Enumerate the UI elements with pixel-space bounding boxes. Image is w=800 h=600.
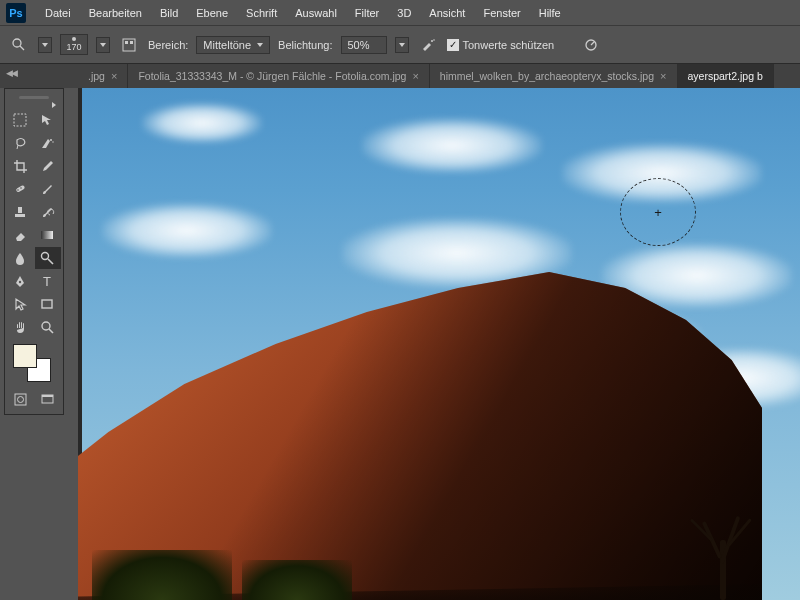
menu-window[interactable]: Fenster bbox=[474, 3, 529, 23]
svg-text:T: T bbox=[43, 274, 51, 289]
pressure-icon[interactable] bbox=[580, 34, 602, 56]
svg-rect-21 bbox=[42, 300, 52, 308]
exposure-value-box[interactable]: 50% bbox=[341, 36, 387, 54]
svg-point-13 bbox=[20, 187, 22, 189]
image-vegetation bbox=[242, 560, 352, 600]
menu-select[interactable]: Auswahl bbox=[286, 3, 346, 23]
close-icon[interactable]: × bbox=[660, 70, 666, 82]
tool-preset-icon[interactable] bbox=[8, 34, 30, 56]
healing-tool[interactable] bbox=[7, 178, 33, 200]
svg-line-18 bbox=[48, 259, 53, 264]
svg-point-9 bbox=[50, 139, 52, 141]
check-icon: ✓ bbox=[447, 39, 459, 51]
protect-tones-label: Tonwerte schützen bbox=[463, 39, 555, 51]
close-icon[interactable]: × bbox=[412, 70, 418, 82]
stamp-tool[interactable] bbox=[7, 201, 33, 223]
menu-file[interactable]: Datei bbox=[36, 3, 80, 23]
quick-select-tool[interactable] bbox=[35, 132, 61, 154]
screenmode-tool[interactable] bbox=[35, 388, 61, 410]
path-select-tool[interactable] bbox=[7, 293, 33, 315]
crop-tool[interactable] bbox=[7, 155, 33, 177]
exposure-value: 50% bbox=[348, 39, 370, 51]
image-cloud bbox=[142, 103, 262, 143]
brush-size-picker[interactable]: 170 bbox=[60, 34, 88, 55]
menu-layer[interactable]: Ebene bbox=[187, 3, 237, 23]
document-tab[interactable]: himmel_wolken_by_archaeopteryx_stocks.jp… bbox=[430, 64, 678, 88]
svg-point-17 bbox=[42, 252, 49, 259]
expand-dock-icon[interactable]: ◀◀ bbox=[6, 68, 16, 78]
menu-image[interactable]: Bild bbox=[151, 3, 187, 23]
svg-rect-4 bbox=[130, 41, 133, 44]
svg-rect-11 bbox=[15, 184, 25, 192]
document-tab[interactable]: ayerspart2.jpg b bbox=[678, 64, 774, 88]
svg-point-25 bbox=[17, 396, 23, 402]
color-swatches bbox=[7, 342, 61, 386]
menu-type[interactable]: Schrift bbox=[237, 3, 286, 23]
blur-tool[interactable] bbox=[7, 247, 33, 269]
svg-rect-16 bbox=[41, 231, 53, 239]
tab-label: ayerspart2.jpg b bbox=[688, 70, 763, 82]
document-canvas[interactable]: + bbox=[82, 88, 800, 600]
svg-point-12 bbox=[17, 189, 19, 191]
foreground-color[interactable] bbox=[13, 344, 37, 368]
svg-point-6 bbox=[433, 39, 435, 41]
tools-collapse-icon[interactable] bbox=[7, 103, 61, 107]
svg-line-23 bbox=[49, 329, 53, 333]
svg-rect-8 bbox=[14, 114, 26, 126]
brush-tool[interactable] bbox=[35, 178, 61, 200]
menu-view[interactable]: Ansicht bbox=[420, 3, 474, 23]
brush-size-value: 170 bbox=[66, 42, 81, 52]
tab-label: .jpg bbox=[88, 70, 105, 82]
eraser-tool[interactable] bbox=[7, 224, 33, 246]
svg-point-0 bbox=[13, 39, 21, 47]
eyedropper-tool[interactable] bbox=[35, 155, 61, 177]
zoom-tool[interactable] bbox=[35, 316, 61, 338]
panel-grip[interactable] bbox=[7, 93, 61, 101]
image-vegetation bbox=[92, 550, 232, 600]
range-label: Bereich: bbox=[148, 39, 188, 51]
gradient-tool[interactable] bbox=[35, 224, 61, 246]
menu-edit[interactable]: Bearbeiten bbox=[80, 3, 151, 23]
options-bar: 170 Bereich: Mitteltöne Belichtung: 50% … bbox=[0, 26, 800, 64]
exposure-dropdown[interactable] bbox=[395, 37, 409, 53]
svg-point-10 bbox=[52, 141, 53, 142]
menu-3d[interactable]: 3D bbox=[388, 3, 420, 23]
svg-line-1 bbox=[20, 46, 24, 50]
document-tab[interactable]: Fotolia_31333343_M - © Jürgen Fälchle - … bbox=[128, 64, 429, 88]
move-tool[interactable] bbox=[35, 109, 61, 131]
shape-tool[interactable] bbox=[35, 293, 61, 315]
menu-help[interactable]: Hilfe bbox=[530, 3, 570, 23]
svg-rect-3 bbox=[125, 41, 128, 44]
dodge-tool[interactable] bbox=[35, 247, 61, 269]
svg-point-22 bbox=[42, 322, 50, 330]
menu-filter[interactable]: Filter bbox=[346, 3, 388, 23]
quickmask-tool[interactable] bbox=[7, 388, 33, 410]
brush-dot-icon bbox=[72, 37, 76, 41]
svg-rect-14 bbox=[18, 207, 22, 213]
range-value: Mitteltöne bbox=[203, 39, 251, 51]
hand-tool[interactable] bbox=[7, 316, 33, 338]
range-select[interactable]: Mitteltöne bbox=[196, 36, 270, 54]
type-tool[interactable]: T bbox=[35, 270, 61, 292]
chevron-down-icon bbox=[257, 43, 263, 47]
tool-preset-dropdown[interactable] bbox=[38, 37, 52, 53]
tools-panel: T bbox=[4, 88, 64, 415]
image-rock bbox=[78, 240, 762, 600]
pen-tool[interactable] bbox=[7, 270, 33, 292]
svg-rect-2 bbox=[123, 39, 135, 51]
lasso-tool[interactable] bbox=[7, 132, 33, 154]
svg-rect-24 bbox=[15, 394, 26, 405]
menu-bar: Ps Datei Bearbeiten Bild Ebene Schrift A… bbox=[0, 0, 800, 26]
document-tab[interactable]: .jpg × bbox=[78, 64, 128, 88]
close-icon[interactable]: × bbox=[111, 70, 117, 82]
svg-rect-15 bbox=[15, 214, 25, 217]
svg-rect-27 bbox=[42, 395, 53, 397]
history-brush-tool[interactable] bbox=[35, 201, 61, 223]
brush-size-dropdown[interactable] bbox=[96, 37, 110, 53]
airbrush-icon[interactable] bbox=[417, 34, 439, 56]
brush-panel-icon[interactable] bbox=[118, 34, 140, 56]
marquee-tool[interactable] bbox=[7, 109, 33, 131]
exposure-label: Belichtung: bbox=[278, 39, 332, 51]
protect-tones-checkbox[interactable]: ✓ Tonwerte schützen bbox=[447, 39, 555, 51]
image-cloud bbox=[562, 143, 762, 203]
